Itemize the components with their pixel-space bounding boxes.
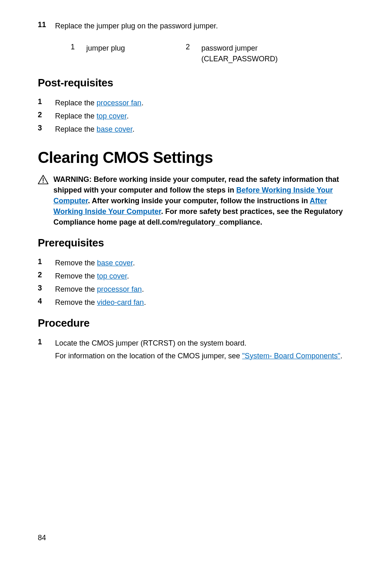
item-text: Remove the video-card fan. bbox=[55, 297, 146, 308]
procedure-step-1: 1 Locate the CMOS jumper (RTCRST) on the… bbox=[38, 338, 353, 361]
callout-legend: 1 jumper plug 2 password jumper (CLEAR_P… bbox=[38, 43, 353, 64]
callout-text: jumper plug bbox=[86, 43, 125, 64]
postreq-item-1: 1 Replace the processor fan. bbox=[38, 98, 353, 108]
item-suffix: . bbox=[127, 272, 129, 280]
item-prefix: Replace the bbox=[55, 99, 97, 107]
page-number: 84 bbox=[38, 534, 46, 542]
top-cover-link[interactable]: top cover bbox=[97, 272, 127, 280]
warning-block: WARNING: Before working inside your comp… bbox=[38, 174, 353, 228]
item-num: 2 bbox=[38, 271, 55, 281]
warning-text: WARNING: Before working inside your comp… bbox=[53, 174, 353, 228]
video-card-fan-link[interactable]: video-card fan bbox=[97, 298, 144, 307]
prereq-item-4: 4 Remove the video-card fan. bbox=[38, 297, 353, 308]
top-cover-link[interactable]: top cover bbox=[97, 112, 127, 120]
warning-icon bbox=[38, 174, 53, 228]
item-prefix: Remove the bbox=[55, 272, 97, 280]
prereq-item-2: 2 Remove the top cover. bbox=[38, 271, 353, 281]
callout-num: 1 bbox=[71, 43, 86, 64]
step-line2a: For information on the location of the C… bbox=[55, 352, 242, 360]
page: 11 Replace the jumper plug on the passwo… bbox=[0, 0, 392, 562]
item-text: Replace the top cover. bbox=[55, 111, 129, 121]
processor-fan-link[interactable]: processor fan bbox=[97, 99, 141, 107]
item-text: Remove the top cover. bbox=[55, 271, 129, 281]
step-line2b: . bbox=[340, 352, 342, 360]
postreq-heading: Post-requisites bbox=[38, 77, 353, 89]
item-num: 1 bbox=[38, 98, 55, 108]
item-prefix: Remove the bbox=[55, 298, 97, 307]
system-board-components-link[interactable]: "System- Board Components" bbox=[242, 352, 340, 360]
procedure-heading: Procedure bbox=[38, 317, 353, 330]
callout-2: 2 password jumper (CLEAR_PASSWORD) bbox=[186, 43, 278, 64]
step-num: 11 bbox=[38, 21, 55, 31]
prereq-heading: Prerequisites bbox=[38, 237, 353, 249]
page-title: Clearing CMOS Settings bbox=[38, 149, 353, 167]
postreq-item-3: 3 Replace the base cover. bbox=[38, 124, 353, 135]
prereq-item-1: 1 Remove the base cover. bbox=[38, 258, 353, 268]
item-num: 3 bbox=[38, 284, 55, 295]
item-suffix: . bbox=[132, 125, 134, 133]
callout-1: 1 jumper plug bbox=[71, 43, 186, 64]
base-cover-link[interactable]: base cover bbox=[97, 259, 133, 267]
postreq-item-2: 2 Replace the top cover. bbox=[38, 111, 353, 121]
warning-p2: . After working inside your computer, fo… bbox=[88, 197, 310, 205]
callout-num: 2 bbox=[186, 43, 201, 64]
item-prefix: Replace the bbox=[55, 112, 97, 120]
base-cover-link[interactable]: base cover bbox=[97, 125, 132, 133]
step-line1: Locate the CMOS jumper (RTCRST) on the s… bbox=[55, 338, 342, 348]
item-num: 2 bbox=[38, 111, 55, 121]
callout-line2: (CLEAR_PASSWORD) bbox=[201, 55, 278, 63]
item-prefix: Replace the bbox=[55, 125, 97, 133]
prereq-item-3: 3 Remove the processor fan. bbox=[38, 284, 353, 295]
item-suffix: . bbox=[142, 285, 144, 293]
item-text: Replace the base cover. bbox=[55, 124, 134, 135]
step-line2: For information on the location of the C… bbox=[55, 351, 342, 361]
item-num: 4 bbox=[38, 297, 55, 308]
item-prefix: Remove the bbox=[55, 259, 97, 267]
step-text: Replace the jumper plug on the password … bbox=[55, 21, 218, 31]
item-text: Remove the processor fan. bbox=[55, 284, 144, 295]
item-suffix: . bbox=[133, 259, 135, 267]
item-suffix: . bbox=[127, 112, 129, 120]
svg-point-1 bbox=[43, 182, 44, 183]
item-suffix: . bbox=[141, 99, 143, 107]
callout-text: password jumper (CLEAR_PASSWORD) bbox=[201, 43, 278, 64]
item-prefix: Remove the bbox=[55, 285, 97, 293]
item-suffix: . bbox=[144, 298, 146, 307]
step-num: 1 bbox=[38, 338, 55, 361]
item-num: 3 bbox=[38, 124, 55, 135]
processor-fan-link[interactable]: processor fan bbox=[97, 285, 142, 293]
step-11: 11 Replace the jumper plug on the passwo… bbox=[38, 21, 353, 31]
callout-line1: password jumper bbox=[201, 44, 258, 52]
item-text: Remove the base cover. bbox=[55, 258, 135, 268]
item-num: 1 bbox=[38, 258, 55, 268]
item-text: Replace the processor fan. bbox=[55, 98, 143, 108]
step-body: Locate the CMOS jumper (RTCRST) on the s… bbox=[55, 338, 342, 361]
